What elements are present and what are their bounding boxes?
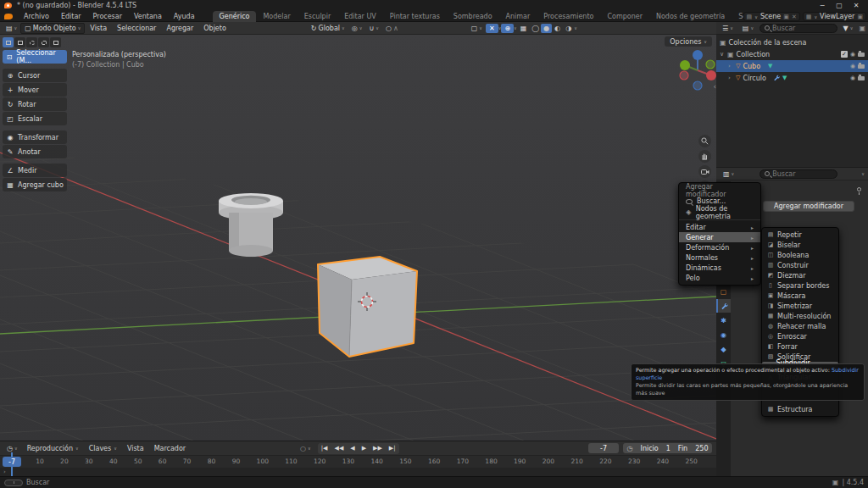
workspace-tab[interactable]: Pintar texturas bbox=[383, 11, 447, 22]
play-reverse-button[interactable] bbox=[347, 445, 358, 452]
tool-button[interactable]: ↻ Rotar bbox=[3, 97, 67, 111]
viewlayer-selector[interactable]: ViewLayer bbox=[803, 12, 866, 21]
editor-type-button[interactable] bbox=[3, 444, 21, 453]
modifier-menu-item[interactable]: ◧ Forrar bbox=[762, 341, 838, 352]
next-keyframe-button[interactable] bbox=[370, 445, 386, 452]
menu-category[interactable]: Normales bbox=[679, 252, 760, 263]
viewport-menu[interactable]: Agregar bbox=[161, 25, 198, 32]
tab-modifier-properties[interactable] bbox=[716, 299, 731, 313]
unlink-scene-icon[interactable] bbox=[792, 14, 797, 20]
modifier-menu-item[interactable]: ▦ Multi-resolución bbox=[762, 311, 838, 321]
outliner-row-scene-collection[interactable]: Colección de la escena bbox=[716, 36, 868, 48]
gizmos-toggle[interactable] bbox=[486, 24, 498, 33]
menu-category[interactable]: Generar bbox=[679, 232, 760, 242]
close-button[interactable] bbox=[849, 2, 863, 9]
new-viewlayer-icon[interactable] bbox=[857, 14, 863, 20]
tab-object-properties[interactable] bbox=[716, 285, 731, 298]
proportional-edit-button[interactable] bbox=[382, 24, 402, 33]
network-icon[interactable] bbox=[832, 479, 839, 486]
outliner-row-collection[interactable]: Collection ✓ bbox=[716, 48, 868, 60]
hide-eye-icon[interactable] bbox=[850, 75, 855, 81]
pan-hand-icon[interactable] bbox=[698, 150, 711, 163]
camera-view-icon[interactable] bbox=[698, 165, 711, 178]
workspace-tab[interactable]: Nodos de geometría bbox=[649, 11, 732, 22]
outliner-display-mode[interactable] bbox=[719, 24, 737, 33]
add-modifier-button[interactable]: Agregar modificador bbox=[763, 201, 854, 212]
scene-selector[interactable]: Scene bbox=[743, 12, 800, 21]
menubar-menu[interactable]: Ayuda bbox=[168, 13, 201, 20]
scene-name[interactable]: Scene bbox=[760, 13, 781, 20]
menu-category[interactable]: Editar bbox=[679, 222, 760, 232]
outliner-scope[interactable] bbox=[739, 24, 757, 33]
timeline-ruler[interactable]: -7 0102030405060708090100110120130140150… bbox=[0, 456, 716, 468]
expand-icon[interactable] bbox=[720, 51, 725, 58]
playhead-badge[interactable]: -7 bbox=[3, 457, 21, 467]
channel-expander-icon[interactable] bbox=[3, 469, 6, 475]
modifier-menu-item[interactable]: ◫ Booleana bbox=[762, 250, 838, 260]
play-button[interactable] bbox=[359, 445, 370, 452]
expand-icon[interactable] bbox=[728, 63, 733, 69]
modifier-menu-item[interactable]: ▥ Construir bbox=[762, 260, 838, 270]
blender-menu-icon[interactable] bbox=[4, 14, 13, 19]
viewlayer-name[interactable]: ViewLayer bbox=[820, 13, 854, 20]
shading-solid-button[interactable] bbox=[541, 24, 552, 33]
disable-render-icon[interactable] bbox=[858, 76, 865, 80]
workspace-tab[interactable]: Editar UV bbox=[337, 11, 383, 22]
options-button[interactable]: Opciones bbox=[665, 36, 712, 47]
tool-button[interactable]: ∠ Medir bbox=[3, 164, 67, 177]
shading-material-button[interactable] bbox=[552, 24, 563, 33]
select-mode-box[interactable] bbox=[14, 37, 25, 47]
playback-menu[interactable]: Reproducción bbox=[23, 445, 83, 452]
menu-item-geometry-nodes[interactable]: Nodos de geometría bbox=[679, 207, 760, 218]
modifier-menu-item[interactable]: ▯ Separar bordes bbox=[762, 280, 838, 291]
workspace-tab[interactable]: Modelar bbox=[256, 11, 297, 22]
modifier-menu-item[interactable]: ◍ Rehacer malla bbox=[762, 321, 838, 331]
menubar-menu[interactable]: Archivo bbox=[18, 13, 55, 20]
menu-category[interactable]: Deformación bbox=[679, 242, 760, 252]
shading-wireframe-button[interactable] bbox=[530, 24, 541, 33]
outliner-filter-button[interactable] bbox=[840, 24, 857, 33]
menubar-menu[interactable]: Procesar bbox=[87, 13, 128, 20]
pin-icon[interactable] bbox=[857, 187, 861, 191]
current-frame-field[interactable]: -7 bbox=[588, 443, 619, 453]
menubar-menu[interactable]: Editar bbox=[55, 13, 87, 20]
tool-button[interactable]: ▦ Agregar cubo bbox=[3, 178, 67, 191]
modifier-menu-item[interactable]: ▩ Estructura bbox=[762, 404, 838, 414]
outliner-search-input[interactable]: Buscar bbox=[760, 24, 837, 33]
outliner-row-cubo[interactable]: Cubo bbox=[716, 60, 868, 72]
tool-button[interactable]: ⊡ Seleccionar (M... bbox=[3, 50, 67, 64]
select-mode-circle[interactable] bbox=[26, 37, 37, 47]
transform-orientation[interactable]: Global bbox=[308, 24, 348, 33]
modifier-menu-item[interactable]: ◩ Diezmar bbox=[762, 270, 838, 280]
tool-button[interactable]: + Mover bbox=[3, 83, 67, 97]
select-mode-paint[interactable] bbox=[50, 37, 61, 47]
jump-to-end-button[interactable] bbox=[386, 445, 399, 452]
shading-rendered-button[interactable] bbox=[563, 24, 574, 33]
workspace-tab[interactable]: Sombreado bbox=[447, 11, 499, 22]
properties-search-input[interactable]: Buscar bbox=[760, 169, 837, 179]
maximize-button[interactable] bbox=[832, 2, 846, 9]
frame-range-field[interactable]: Inicio1 Fin250 bbox=[623, 443, 712, 453]
menu-category[interactable]: Pelo bbox=[679, 273, 760, 283]
tool-button[interactable]: ⊕ Cursor bbox=[3, 69, 67, 82]
chevron-down-icon[interactable] bbox=[861, 171, 865, 176]
modifier-menu-item[interactable]: ▣ Máscara bbox=[762, 291, 838, 301]
outliner-row-circulo[interactable]: Círculo bbox=[716, 72, 868, 84]
select-mode-lasso[interactable] bbox=[38, 37, 49, 47]
modifier-menu-item[interactable]: ▤ Repetir bbox=[762, 230, 838, 240]
preview-range-icon[interactable] bbox=[627, 445, 633, 452]
prev-keyframe-button[interactable] bbox=[331, 445, 348, 452]
tab-physics-properties[interactable] bbox=[716, 328, 731, 341]
workspace-tab[interactable]: Genérico bbox=[213, 11, 257, 22]
menu-category[interactable]: Dinámicas bbox=[679, 263, 760, 273]
viewport-menu[interactable]: Vista bbox=[85, 25, 112, 32]
disable-render-icon[interactable] bbox=[858, 53, 865, 57]
jump-to-start-button[interactable] bbox=[318, 445, 331, 452]
zoom-icon[interactable] bbox=[698, 135, 711, 147]
keying-menu[interactable]: Claves bbox=[85, 445, 121, 452]
expand-icon[interactable] bbox=[728, 75, 733, 81]
editor-type-button[interactable] bbox=[720, 169, 737, 179]
hide-eye-icon[interactable] bbox=[850, 51, 855, 58]
workspace-tab[interactable]: Componer bbox=[600, 11, 649, 22]
viewport-menu[interactable]: Seleccionar bbox=[112, 25, 161, 32]
